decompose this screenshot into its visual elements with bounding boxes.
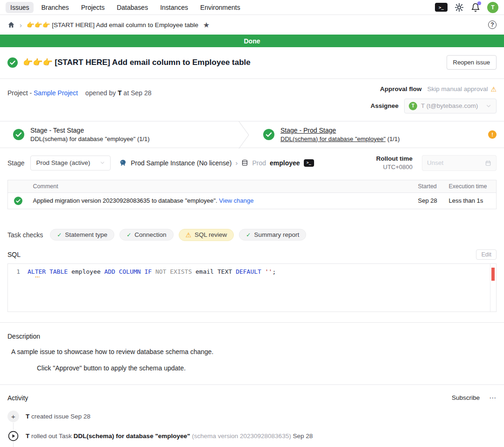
activity-text: T created issue Sep 28 [26,413,91,420]
help-icon[interactable]: ? [488,21,497,29]
avatar[interactable]: T [487,2,498,13]
activity-timeline: + T created issue Sep 28 T rolled out Ta… [7,411,497,447]
sql-token: ADD COLUMN IF [104,268,152,275]
tab-environments[interactable]: Environments [196,2,245,13]
tab-branches[interactable]: Branches [36,2,73,13]
open-sql-editor-icon[interactable]: >_ [304,159,314,167]
check-pill-label: Statement type [65,231,107,238]
warning-triangle-icon: ⚠ [490,85,497,93]
opened-by-user: T [118,89,122,97]
stage-card-test[interactable]: Stage - Test Stage DDL(schema) for datab… [0,121,238,148]
check-circle-icon [13,129,24,140]
instance-link[interactable]: Prod Sample Instance (No license) [131,159,231,167]
check-pill-label: SQL review [195,231,227,238]
activity-action: rolled out Task [31,433,72,440]
database-link[interactable]: employee [270,159,300,167]
sql-editor-terminal-icon[interactable]: >_ [435,3,448,12]
issue-title-row: 👉👉👉 [START HERE] Add email column to Emp… [0,47,504,79]
assignee-avatar: T [409,102,417,110]
line-number: 1 [8,268,28,275]
environment-name: Prod [252,159,266,167]
started-column-header: Started [413,180,444,192]
table-header-row: Comment Started Execution time [8,180,497,192]
database-path: Prod Sample Instance (No license) › Prod… [119,159,371,167]
check-pill-summary-report[interactable]: ✓ Summary report [239,229,306,241]
stage-select[interactable]: Prod Stage (active) [30,156,111,170]
sql-editor[interactable]: 1ALTER TABLE employee ADD COLUMN IF NOT … [7,263,497,312]
sql-token: NOT EXISTS [152,268,196,275]
stage-card-test-text: Stage - Test Stage DDL(schema) for datab… [30,127,150,142]
check-circle-icon [13,197,24,205]
subscribe-button[interactable]: Subscribe [452,394,480,401]
check-pill-connection[interactable]: ✓ Connection [119,229,173,241]
activity-date: Sep 28 [70,413,91,420]
gear-icon[interactable] [455,3,464,12]
sql-header: SQL Edit [7,249,497,260]
stage-task-count: (1/1) [387,135,400,142]
tab-instances[interactable]: Instances [155,2,193,13]
activity-header: Activity Subscribe ⋯ [7,394,497,402]
breadcrumb: › 👉👉👉 [START HERE] Add email column to E… [7,21,210,29]
tab-databases[interactable]: Databases [112,2,153,13]
project-link[interactable]: Sample Project [34,89,78,97]
tab-issues[interactable]: Issues [6,2,34,13]
approval-flow-value: Skip manual approval ⚠ [427,85,497,93]
stage-task-name[interactable]: DDL(schema) for database "employee" [280,135,385,142]
opened-by-prefix: opened by [85,89,116,97]
task-checks: Task checks ✓ Statement type ✓ Connectio… [7,229,497,241]
sql-code-line: 1ALTER TABLE employee ADD COLUMN IF NOT … [8,264,496,275]
issue-meta: Project - Sample Project opened by T at … [0,79,504,121]
check-circle-icon [263,129,274,140]
nav-tabs: Issues Branches Projects Databases Insta… [6,2,245,13]
description-label: Description [7,333,497,340]
check-pill-label: Connection [134,231,166,238]
top-nav: Issues Branches Projects Databases Insta… [0,0,504,15]
timeline-connector [13,442,14,447]
bell-icon[interactable] [471,3,480,12]
stage-task: DDL(schema) for database "employee" (1/1… [280,135,400,142]
project-label: Project - [7,89,32,97]
editor-overview-ruler[interactable] [490,264,496,312]
sql-label: SQL [7,251,21,258]
rollout-time-input[interactable]: Unset [422,155,497,171]
sql-token: ALTER TABLE [28,268,68,275]
page-title: 👉👉👉 [START HERE] Add email column to Emp… [23,57,441,67]
assignee-row: Assignee T T (t@bytebase.com) [371,99,497,114]
started-value: Sep 28 [413,192,444,209]
breadcrumb-issue-title[interactable]: 👉👉👉 [START HERE] Add email column to Emp… [27,21,198,28]
stage-title: Stage - Prod Stage [280,127,400,134]
activity-text: T rolled out Task DDL(schema) for databa… [26,433,313,440]
stage-task-count: (1/1) [137,135,150,142]
activity-item-rollout: T rolled out Task DDL(schema) for databa… [7,430,497,442]
opened-by-date: at Sep 28 [124,89,152,97]
view-change-link[interactable]: View change [219,197,253,204]
activity-date: Sep 28 [293,433,313,440]
more-menu-icon[interactable]: ⋯ [489,394,497,402]
activity-target: DDL(schema) for database "employee" [74,433,190,440]
description-line: A sample issue to showcase how to review… [11,348,497,355]
star-icon[interactable]: ★ [203,21,210,29]
assignee-label: Assignee [371,102,399,109]
check-icon: ✓ [126,232,131,238]
rollout-time-block: Rollout time UTC+0800 [376,155,413,171]
check-pill-sql-review[interactable]: ⚠ SQL review [179,229,234,241]
assignee-select[interactable]: T T (t@bytebase.com) [404,99,497,114]
rollout-time-label: Rollout time [376,155,413,163]
activity-section: Activity Subscribe ⋯ + T created issue S… [0,385,504,447]
sql-token: email TEXT [196,268,236,275]
activity-label: Activity [7,394,28,402]
edit-sql-button[interactable]: Edit [476,249,497,260]
sql-warning-squiggle [35,277,40,277]
chevron-right-icon: › [235,159,238,167]
check-pill-statement-type[interactable]: ✓ Statement type [50,229,114,241]
description-section: Description A sample issue to showcase h… [0,323,504,372]
stage-title: Stage - Test Stage [30,127,150,134]
reopen-issue-button[interactable]: Reopen issue [447,55,497,70]
timeline-connector [13,423,14,430]
stage-card-prod[interactable]: Stage - Prod Stage DDL(schema) for datab… [250,121,488,148]
chevron-right-icon: › [20,21,22,29]
tab-projects[interactable]: Projects [77,2,110,13]
project-line: Project - Sample Project opened by T at … [7,85,152,114]
home-icon[interactable] [7,21,15,28]
stage-task: DDL(schema) for database "employee" (1/1… [30,135,150,142]
